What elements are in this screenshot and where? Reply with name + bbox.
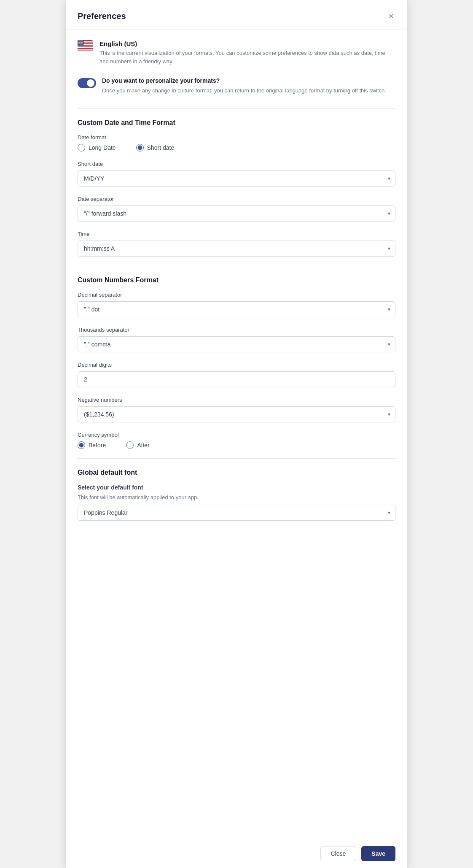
thousands-separator-select-wrapper: "," comma "." dot " " space none ▾ [78, 336, 395, 352]
personalize-toggle[interactable] [78, 78, 96, 88]
svg-point-10 [80, 41, 81, 41]
svg-point-26 [82, 43, 82, 43]
svg-point-34 [80, 44, 80, 45]
flag-icon [78, 40, 93, 53]
svg-point-12 [82, 41, 83, 41]
date-format-label: Date format [78, 134, 395, 141]
date-format-field: Date format Long Date Short date [78, 134, 395, 151]
svg-point-32 [82, 43, 83, 44]
svg-point-16 [82, 41, 82, 42]
radio-label-short-date: Short date [147, 144, 175, 151]
svg-point-30 [80, 43, 81, 44]
svg-point-20 [80, 42, 81, 43]
short-date-label: Short date [78, 161, 395, 167]
currency-symbol-label: Currency symbol [78, 432, 395, 438]
locale-section: English (US) This is the current visuali… [78, 40, 395, 65]
decimal-separator-select-wrapper: "." dot "," comma ▾ [78, 301, 395, 317]
negative-numbers-label: Negative numbers [78, 397, 395, 403]
personalize-toggle-section: Do you want to personalize your formats?… [78, 77, 395, 95]
toggle-label: Do you want to personalize your formats? [102, 77, 386, 84]
negative-numbers-select-wrapper: ($1,234.56) -$1,234.56 ($1,234.56)- -1,2… [78, 406, 395, 422]
svg-point-18 [78, 42, 78, 43]
svg-point-11 [81, 41, 82, 41]
date-separator-select[interactable]: "/" forward slash "," comma "-" hyphen "… [78, 206, 395, 222]
numbers-section: Custom Numbers Format Decimal separator … [78, 276, 395, 449]
short-date-select[interactable]: M/D/YY MM/DD/YYYY DD/MM/YYYY YYYY-MM-DD [78, 170, 395, 187]
svg-point-15 [81, 41, 81, 42]
negative-numbers-field: Negative numbers ($1,234.56) -$1,234.56 … [78, 397, 395, 422]
radio-label-after: After [137, 442, 150, 449]
radio-label-long-date: Long Date [89, 144, 116, 151]
svg-point-22 [82, 42, 83, 43]
toggle-description: Once you make any change in culture form… [102, 87, 386, 95]
numbers-section-title: Custom Numbers Format [78, 276, 395, 284]
time-field: Time hh:mm:ss A HH:mm:ss hh:mm A HH:mm ▾ [78, 231, 395, 257]
negative-numbers-select[interactable]: ($1,234.56) -$1,234.56 ($1,234.56)- -1,2… [78, 406, 395, 422]
date-time-section-title: Custom Date and Time Format [78, 119, 395, 127]
radio-option-short-date[interactable]: Short date [136, 144, 175, 151]
toggle-slider [78, 78, 96, 88]
svg-point-33 [79, 44, 79, 45]
decimal-digits-label: Decimal digits [78, 362, 395, 368]
section-divider-2 [78, 266, 395, 266]
short-date-select-wrapper: M/D/YY MM/DD/YYYY DD/MM/YYYY YYYY-MM-DD … [78, 170, 395, 187]
date-time-section: Custom Date and Time Format Date format … [78, 119, 395, 257]
time-select-wrapper: hh:mm:ss A HH:mm:ss hh:mm A HH:mm ▾ [78, 241, 395, 257]
font-select-field: Select your default font This font will … [78, 484, 395, 521]
dialog-footer: Close Save [66, 839, 407, 868]
font-select-wrapper: Poppins Regular Poppins Bold Roboto Regu… [78, 505, 395, 521]
svg-point-23 [79, 43, 79, 43]
font-select-description: This font will be automatically applied … [78, 494, 395, 500]
svg-point-13 [79, 41, 79, 42]
svg-point-19 [79, 42, 80, 43]
svg-point-21 [81, 42, 82, 43]
radio-label-before: Before [89, 442, 106, 449]
font-section-title: Global default font [78, 469, 395, 476]
locale-info: English (US) This is the current visuali… [99, 40, 395, 65]
svg-point-35 [81, 44, 81, 45]
svg-point-27 [83, 43, 83, 43]
svg-point-31 [81, 43, 82, 44]
currency-symbol-field: Currency symbol Before After [78, 432, 395, 449]
svg-point-17 [83, 41, 83, 42]
svg-point-24 [80, 43, 80, 43]
decimal-digits-field: Decimal digits [78, 362, 395, 387]
svg-point-28 [78, 43, 78, 44]
time-select[interactable]: hh:mm:ss A HH:mm:ss hh:mm A HH:mm [78, 241, 395, 257]
svg-point-29 [79, 43, 80, 44]
date-separator-field: Date separator "/" forward slash "," com… [78, 196, 395, 222]
svg-rect-4 [78, 46, 93, 46]
thousands-separator-label: Thousands separator [78, 327, 395, 333]
svg-point-9 [79, 41, 80, 41]
locale-description: This is the current visualization of you… [99, 49, 395, 65]
dialog-header: Preferences × [66, 0, 407, 30]
date-separator-label: Date separator [78, 196, 395, 202]
time-label: Time [78, 231, 395, 237]
footer-save-button[interactable]: Save [361, 846, 395, 861]
decimal-digits-input[interactable] [78, 371, 395, 387]
font-select-label: Select your default font [78, 484, 395, 491]
thousands-separator-field: Thousands separator "," comma "." dot " … [78, 327, 395, 352]
dialog-close-button[interactable]: × [387, 10, 395, 22]
svg-point-14 [80, 41, 80, 42]
dialog-title: Preferences [78, 11, 126, 21]
radio-option-before[interactable]: Before [78, 441, 106, 449]
font-select[interactable]: Poppins Regular Poppins Bold Roboto Regu… [78, 505, 395, 521]
svg-point-37 [83, 44, 83, 45]
radio-option-long-date[interactable]: Long Date [78, 144, 116, 151]
date-format-radio-group: Long Date Short date [78, 144, 395, 151]
section-divider-3 [78, 458, 395, 459]
section-divider-1 [78, 108, 395, 109]
dialog-body: English (US) This is the current visuali… [66, 30, 407, 839]
toggle-text: Do you want to personalize your formats?… [102, 77, 386, 95]
svg-rect-6 [78, 49, 93, 50]
thousands-separator-select[interactable]: "," comma "." dot " " space none [78, 336, 395, 352]
currency-position-radio-group: Before After [78, 441, 395, 449]
footer-close-button[interactable]: Close [320, 846, 357, 861]
radio-option-after[interactable]: After [126, 441, 150, 449]
decimal-separator-select[interactable]: "." dot "," comma [78, 301, 395, 317]
decimal-separator-label: Decimal separator [78, 292, 395, 298]
svg-point-25 [81, 43, 81, 43]
short-date-field: Short date M/D/YY MM/DD/YYYY DD/MM/YYYY … [78, 161, 395, 187]
svg-rect-5 [78, 47, 93, 48]
